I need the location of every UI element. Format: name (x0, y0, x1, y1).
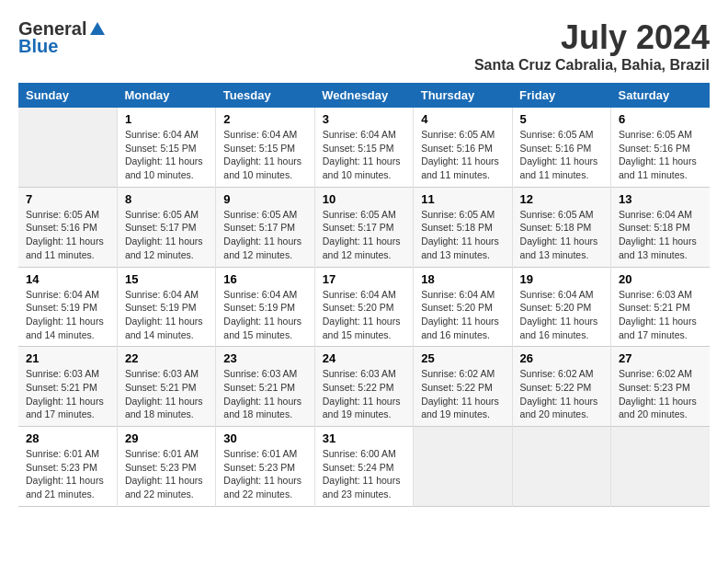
title-section: July 2024 Santa Cruz Cabralia, Bahia, Br… (474, 18, 710, 74)
day-number: 14 (26, 272, 109, 286)
day-number: 12 (520, 192, 603, 206)
day-number: 19 (520, 272, 603, 286)
calendar-day-cell: 14Sunrise: 6:04 AM Sunset: 5:19 PM Dayli… (18, 267, 117, 347)
day-info: Sunrise: 6:04 AM Sunset: 5:15 PM Dayligh… (125, 128, 208, 182)
day-info: Sunrise: 6:00 AM Sunset: 5:24 PM Dayligh… (323, 447, 405, 501)
calendar-day-cell: 27Sunrise: 6:02 AM Sunset: 5:23 PM Dayli… (611, 347, 710, 427)
calendar-day-cell (414, 427, 512, 507)
logo: General Blue (18, 18, 107, 57)
calendar-day-cell: 26Sunrise: 6:02 AM Sunset: 5:22 PM Dayli… (512, 347, 610, 427)
calendar-day-cell: 28Sunrise: 6:01 AM Sunset: 5:23 PM Dayli… (18, 427, 117, 507)
day-number: 3 (323, 112, 405, 126)
calendar-day-cell: 23Sunrise: 6:03 AM Sunset: 5:21 PM Dayli… (216, 347, 314, 427)
day-info: Sunrise: 6:05 AM Sunset: 5:17 PM Dayligh… (323, 208, 405, 262)
calendar-day-cell: 24Sunrise: 6:03 AM Sunset: 5:22 PM Dayli… (314, 347, 413, 427)
calendar-day-cell: 16Sunrise: 6:04 AM Sunset: 5:19 PM Dayli… (216, 267, 314, 347)
calendar-week-row: 14Sunrise: 6:04 AM Sunset: 5:19 PM Dayli… (18, 267, 710, 347)
day-info: Sunrise: 6:04 AM Sunset: 5:19 PM Dayligh… (26, 288, 109, 342)
svg-marker-0 (90, 22, 105, 35)
day-info: Sunrise: 6:04 AM Sunset: 5:15 PM Dayligh… (323, 128, 405, 182)
day-number: 28 (26, 431, 109, 445)
header-monday: Monday (117, 83, 215, 108)
location: Santa Cruz Cabralia, Bahia, Brazil (474, 57, 710, 74)
day-number: 25 (421, 351, 504, 365)
calendar-day-cell: 6Sunrise: 6:05 AM Sunset: 5:16 PM Daylig… (611, 108, 710, 187)
header-wednesday: Wednesday (314, 83, 413, 108)
header-thursday: Thursday (414, 83, 512, 108)
calendar-table: SundayMondayTuesdayWednesdayThursdayFrid… (18, 83, 710, 507)
calendar-day-cell (18, 108, 117, 187)
calendar-day-cell: 22Sunrise: 6:03 AM Sunset: 5:21 PM Dayli… (117, 347, 215, 427)
day-number: 17 (323, 272, 405, 286)
calendar-week-row: 7Sunrise: 6:05 AM Sunset: 5:16 PM Daylig… (18, 187, 710, 267)
day-info: Sunrise: 6:01 AM Sunset: 5:23 PM Dayligh… (26, 447, 109, 501)
day-info: Sunrise: 6:03 AM Sunset: 5:21 PM Dayligh… (125, 367, 208, 421)
day-info: Sunrise: 6:05 AM Sunset: 5:16 PM Dayligh… (26, 208, 109, 262)
day-info: Sunrise: 6:04 AM Sunset: 5:20 PM Dayligh… (323, 288, 405, 342)
day-number: 9 (223, 192, 306, 206)
day-info: Sunrise: 6:02 AM Sunset: 5:22 PM Dayligh… (520, 367, 603, 421)
logo-blue: Blue (18, 36, 58, 57)
calendar-day-cell: 8Sunrise: 6:05 AM Sunset: 5:17 PM Daylig… (117, 187, 215, 267)
day-number: 4 (421, 112, 504, 126)
day-info: Sunrise: 6:03 AM Sunset: 5:21 PM Dayligh… (223, 367, 306, 421)
day-number: 23 (223, 351, 306, 365)
day-number: 29 (125, 431, 208, 445)
calendar-day-cell: 13Sunrise: 6:04 AM Sunset: 5:18 PM Dayli… (611, 187, 710, 267)
day-number: 10 (323, 192, 405, 206)
calendar-day-cell: 2Sunrise: 6:04 AM Sunset: 5:15 PM Daylig… (216, 108, 314, 187)
calendar-day-cell: 30Sunrise: 6:01 AM Sunset: 5:23 PM Dayli… (216, 427, 314, 507)
logo-icon (88, 20, 107, 39)
day-info: Sunrise: 6:05 AM Sunset: 5:16 PM Dayligh… (421, 128, 504, 182)
header-sunday: Sunday (18, 83, 117, 108)
calendar-week-row: 28Sunrise: 6:01 AM Sunset: 5:23 PM Dayli… (18, 427, 710, 507)
calendar-week-row: 1Sunrise: 6:04 AM Sunset: 5:15 PM Daylig… (18, 108, 710, 187)
day-number: 24 (323, 351, 405, 365)
header-tuesday: Tuesday (216, 83, 314, 108)
day-number: 20 (619, 272, 702, 286)
day-number: 26 (520, 351, 603, 365)
day-info: Sunrise: 6:05 AM Sunset: 5:17 PM Dayligh… (125, 208, 208, 262)
calendar-day-cell: 4Sunrise: 6:05 AM Sunset: 5:16 PM Daylig… (414, 108, 512, 187)
day-number: 27 (619, 351, 702, 365)
calendar-day-cell: 5Sunrise: 6:05 AM Sunset: 5:16 PM Daylig… (512, 108, 610, 187)
day-number: 18 (421, 272, 504, 286)
day-info: Sunrise: 6:04 AM Sunset: 5:18 PM Dayligh… (619, 208, 702, 262)
day-info: Sunrise: 6:05 AM Sunset: 5:16 PM Dayligh… (520, 128, 603, 182)
day-info: Sunrise: 6:04 AM Sunset: 5:20 PM Dayligh… (421, 288, 504, 342)
calendar-day-cell: 31Sunrise: 6:00 AM Sunset: 5:24 PM Dayli… (314, 427, 413, 507)
day-info: Sunrise: 6:03 AM Sunset: 5:21 PM Dayligh… (619, 288, 702, 342)
day-info: Sunrise: 6:01 AM Sunset: 5:23 PM Dayligh… (125, 447, 208, 501)
day-info: Sunrise: 6:02 AM Sunset: 5:22 PM Dayligh… (421, 367, 504, 421)
day-info: Sunrise: 6:05 AM Sunset: 5:17 PM Dayligh… (223, 208, 306, 262)
calendar-day-cell: 3Sunrise: 6:04 AM Sunset: 5:15 PM Daylig… (314, 108, 413, 187)
calendar-day-cell: 1Sunrise: 6:04 AM Sunset: 5:15 PM Daylig… (117, 108, 215, 187)
day-number: 16 (223, 272, 306, 286)
calendar-day-cell: 9Sunrise: 6:05 AM Sunset: 5:17 PM Daylig… (216, 187, 314, 267)
calendar-day-cell (611, 427, 710, 507)
calendar-day-cell: 18Sunrise: 6:04 AM Sunset: 5:20 PM Dayli… (414, 267, 512, 347)
day-number: 8 (125, 192, 208, 206)
day-number: 31 (323, 431, 405, 445)
day-info: Sunrise: 6:03 AM Sunset: 5:22 PM Dayligh… (323, 367, 405, 421)
day-info: Sunrise: 6:05 AM Sunset: 5:16 PM Dayligh… (619, 128, 702, 182)
day-number: 15 (125, 272, 208, 286)
header-friday: Friday (512, 83, 610, 108)
day-info: Sunrise: 6:04 AM Sunset: 5:19 PM Dayligh… (125, 288, 208, 342)
day-number: 5 (520, 112, 603, 126)
calendar-day-cell: 12Sunrise: 6:05 AM Sunset: 5:18 PM Dayli… (512, 187, 610, 267)
calendar-day-cell: 11Sunrise: 6:05 AM Sunset: 5:18 PM Dayli… (414, 187, 512, 267)
day-number: 11 (421, 192, 504, 206)
day-info: Sunrise: 6:03 AM Sunset: 5:21 PM Dayligh… (26, 367, 109, 421)
calendar-day-cell: 20Sunrise: 6:03 AM Sunset: 5:21 PM Dayli… (611, 267, 710, 347)
day-info: Sunrise: 6:05 AM Sunset: 5:18 PM Dayligh… (520, 208, 603, 262)
calendar-day-cell: 7Sunrise: 6:05 AM Sunset: 5:16 PM Daylig… (18, 187, 117, 267)
calendar-header: SundayMondayTuesdayWednesdayThursdayFrid… (18, 83, 710, 108)
calendar-day-cell: 21Sunrise: 6:03 AM Sunset: 5:21 PM Dayli… (18, 347, 117, 427)
calendar-day-cell: 25Sunrise: 6:02 AM Sunset: 5:22 PM Dayli… (414, 347, 512, 427)
calendar-day-cell: 17Sunrise: 6:04 AM Sunset: 5:20 PM Dayli… (314, 267, 413, 347)
header-row: SundayMondayTuesdayWednesdayThursdayFrid… (18, 83, 710, 108)
calendar-day-cell: 19Sunrise: 6:04 AM Sunset: 5:20 PM Dayli… (512, 267, 610, 347)
day-info: Sunrise: 6:04 AM Sunset: 5:20 PM Dayligh… (520, 288, 603, 342)
day-number: 21 (26, 351, 109, 365)
